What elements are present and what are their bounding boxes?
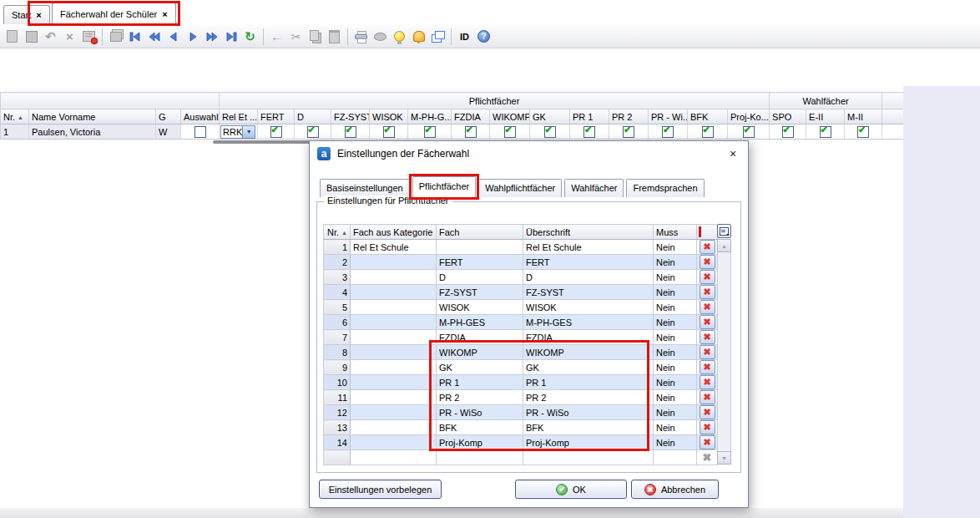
fach-cell[interactable]: GK — [437, 360, 523, 375]
subject-checkbox[interactable] — [270, 126, 282, 138]
tab-start[interactable]: Start × — [3, 5, 50, 24]
subject-checkbox[interactable] — [544, 126, 556, 138]
subject-checkbox[interactable] — [782, 126, 794, 138]
hint-button[interactable] — [390, 27, 409, 46]
delete-row-button[interactable]: ✖ — [700, 360, 715, 374]
ueberschrift-cell[interactable]: PR 1 — [523, 375, 654, 390]
subject-checkbox[interactable] — [743, 126, 755, 138]
fach-cell[interactable]: M-PH-GES — [437, 315, 523, 330]
grid-column-header[interactable]: M-PH-G... — [408, 109, 452, 124]
next-record-button[interactable] — [183, 27, 202, 46]
ueberschrift-cell[interactable]: D — [523, 270, 654, 285]
muss-cell[interactable]: Nein — [654, 405, 697, 420]
muss-cell[interactable]: Nein — [654, 270, 697, 285]
fach-aus-kategorie-cell[interactable] — [351, 405, 437, 420]
fach-aus-kategorie-cell[interactable] — [351, 300, 437, 315]
subject-checkbox[interactable] — [857, 126, 869, 138]
fach-cell[interactable]: PR 2 — [437, 390, 523, 405]
delete-row-button[interactable]: ✖ — [700, 375, 715, 389]
fach-cell[interactable]: BFK — [437, 420, 523, 435]
fach-cell[interactable]: FZ-SYST — [437, 285, 523, 300]
column-header-muss[interactable]: Muss — [654, 225, 697, 240]
fach-aus-kategorie-cell[interactable] — [351, 435, 437, 450]
fach-aus-kategorie-cell[interactable] — [351, 270, 437, 285]
fach-aus-kategorie-cell[interactable] — [351, 330, 437, 345]
grid-column-header[interactable]: SPO — [770, 109, 806, 124]
ueberschrift-cell[interactable]: FZ-SYST — [523, 285, 654, 300]
dialog-close-icon[interactable]: × — [725, 147, 740, 160]
subject-checkbox[interactable] — [583, 126, 595, 138]
fast-forward-button[interactable] — [202, 27, 221, 46]
grid-column-header[interactable]: M-II — [845, 109, 882, 124]
tab-close-icon[interactable]: × — [162, 9, 167, 19]
fach-aus-kategorie-cell[interactable] — [351, 315, 437, 330]
grid-column-header[interactable]: PR 2 — [609, 109, 649, 124]
scroll-up-button[interactable]: ▲ — [717, 239, 731, 252]
column-header-ueberschrift[interactable]: Überschrift — [523, 225, 654, 240]
column-header-fach[interactable]: Fach — [437, 225, 523, 240]
tab-close-icon[interactable]: × — [36, 10, 41, 20]
einstellungen-vorbelegen-button[interactable]: Einstellungen vorbelegen — [319, 480, 442, 499]
delete-row-button[interactable]: ✖ — [700, 255, 715, 269]
delete-row-button[interactable]: ✖ — [700, 345, 715, 359]
row-name-cell[interactable]: Paulsen, Victoria — [29, 124, 156, 140]
subject-checkbox[interactable] — [662, 126, 674, 138]
grid-column-header[interactable]: Rel Et ... — [220, 109, 258, 124]
muss-cell[interactable]: Nein — [654, 255, 697, 270]
grid-column-header[interactable]: D — [295, 109, 331, 124]
column-header-fach-aus-kategorie[interactable]: Fach aus Kategorie — [351, 225, 437, 240]
grid-column-header[interactable]: PR 1 — [570, 109, 609, 124]
muss-cell[interactable]: Nein — [654, 390, 697, 405]
subject-checkbox[interactable] — [465, 126, 477, 138]
dialog-tab-basiseinstellungen[interactable]: Basiseinstellungen — [320, 179, 410, 197]
ueberschrift-cell[interactable]: PR - WiSo — [523, 405, 654, 420]
dialog-tab-wahlpflichtfcher[interactable]: Wahlpflichtfächer — [478, 179, 562, 197]
grid-column-header[interactable]: Auswahl — [181, 109, 220, 124]
ueberschrift-cell[interactable]: WISOK — [523, 300, 654, 315]
delete-row-button[interactable]: ✖ — [700, 285, 715, 299]
subject-checkbox[interactable] — [702, 126, 714, 138]
muss-cell[interactable]: Nein — [654, 240, 697, 255]
refresh-button[interactable]: ↻ — [240, 27, 260, 46]
ok-button[interactable]: ✔ OK — [515, 480, 627, 499]
fach-cell[interactable]: PR 1 — [437, 375, 523, 390]
last-record-button[interactable] — [221, 27, 240, 46]
subject-checkbox[interactable] — [504, 126, 516, 138]
delete-row-button[interactable]: ✖ — [700, 270, 715, 284]
ueberschrift-cell[interactable]: Rel Et Schule — [523, 240, 654, 255]
fach-cell[interactable]: WISOK — [437, 300, 523, 315]
fach-aus-kategorie-cell[interactable]: Rel Et Schule — [351, 240, 437, 255]
grid-column-header[interactable]: WIKOMP — [490, 109, 530, 124]
dialog-tab-wahlfcher[interactable]: Wahlfächer — [564, 179, 624, 197]
ueberschrift-cell[interactable]: FZDIA — [523, 330, 654, 345]
muss-cell[interactable]: Nein — [654, 300, 697, 315]
print-button[interactable] — [351, 27, 371, 46]
subject-checkbox[interactable] — [623, 126, 634, 138]
windows-button[interactable] — [428, 27, 447, 46]
grid-column-header[interactable]: Name Vorname — [29, 109, 156, 124]
muss-cell[interactable]: Nein — [654, 345, 697, 360]
help-button[interactable]: ? — [474, 27, 493, 46]
grid-column-header[interactable]: GK — [530, 109, 570, 124]
dropdown-arrow-icon[interactable]: ▼ — [242, 126, 255, 138]
grid-column-header[interactable]: PR - Wi... — [649, 109, 688, 124]
grid-column-header[interactable]: WISOK — [370, 109, 408, 124]
notification-button[interactable] — [409, 27, 428, 46]
ueberschrift-cell[interactable]: GK — [523, 360, 654, 375]
subject-checkbox[interactable] — [383, 126, 395, 138]
fach-cell[interactable]: FZDIA — [437, 330, 523, 345]
delete-row-button[interactable]: ✖ — [700, 405, 715, 419]
delete-row-button[interactable]: ✖ — [700, 435, 715, 449]
subject-checkbox[interactable] — [820, 126, 831, 138]
grid-column-header[interactable]: Nr.▲ — [1, 109, 29, 124]
grid-column-header[interactable]: G — [156, 109, 181, 124]
fach-aus-kategorie-cell[interactable] — [351, 345, 437, 360]
delete-row-button[interactable]: ✖ — [700, 300, 715, 314]
delete-row-button[interactable]: ✖ — [700, 390, 715, 404]
first-record-button[interactable] — [125, 27, 144, 46]
fach-aus-kategorie-cell[interactable] — [351, 285, 437, 300]
fach-aus-kategorie-cell[interactable] — [351, 375, 437, 390]
muss-cell[interactable]: Nein — [654, 420, 697, 435]
fach-cell[interactable]: Proj-Komp — [437, 435, 523, 450]
ueberschrift-cell[interactable]: WIKOMP — [523, 345, 654, 360]
